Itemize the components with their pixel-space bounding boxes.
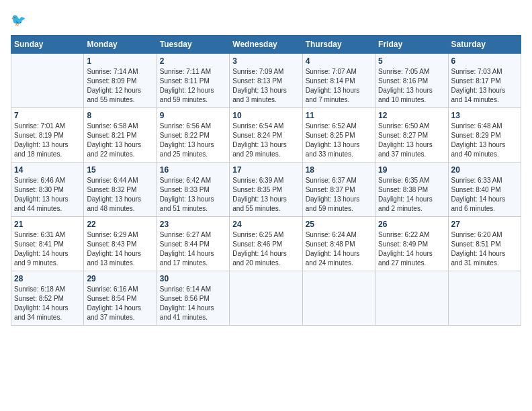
- calendar-cell: 2Sunrise: 7:11 AM Sunset: 8:11 PM Daylig…: [157, 54, 229, 108]
- day-number: 8: [87, 111, 153, 120]
- day-info: Sunrise: 6:31 AM Sunset: 8:41 PM Dayligh…: [14, 230, 81, 268]
- calendar-cell: 10Sunrise: 6:54 AM Sunset: 8:24 PM Dayli…: [230, 108, 302, 163]
- weekday-header: Saturday: [448, 36, 521, 54]
- day-number: 11: [306, 111, 372, 120]
- day-info: Sunrise: 6:14 AM Sunset: 8:56 PM Dayligh…: [160, 285, 226, 322]
- day-number: 2: [160, 56, 226, 66]
- day-number: 19: [378, 165, 445, 175]
- day-number: 9: [160, 111, 226, 120]
- calendar-cell: 9Sunrise: 6:56 AM Sunset: 8:22 PM Daylig…: [157, 108, 229, 163]
- day-number: 21: [14, 220, 81, 229]
- calendar-cell: 6Sunrise: 7:03 AM Sunset: 8:17 PM Daylig…: [448, 54, 521, 108]
- day-info: Sunrise: 6:24 AM Sunset: 8:48 PM Dayligh…: [306, 230, 372, 268]
- day-info: Sunrise: 7:07 AM Sunset: 8:14 PM Dayligh…: [306, 67, 372, 105]
- calendar-cell: 26Sunrise: 6:22 AM Sunset: 8:49 PM Dayli…: [375, 217, 448, 271]
- calendar-week-row: 7Sunrise: 7:01 AM Sunset: 8:19 PM Daylig…: [11, 108, 521, 163]
- calendar-cell: 22Sunrise: 6:29 AM Sunset: 8:43 PM Dayli…: [84, 217, 157, 271]
- calendar-cell: [302, 271, 375, 326]
- day-info: Sunrise: 7:05 AM Sunset: 8:16 PM Dayligh…: [378, 67, 445, 105]
- day-number: 29: [87, 274, 153, 283]
- svg-text:🐦: 🐦: [11, 13, 26, 28]
- day-number: 23: [160, 220, 226, 229]
- day-number: 5: [378, 56, 445, 66]
- day-info: Sunrise: 6:56 AM Sunset: 8:22 PM Dayligh…: [160, 122, 226, 159]
- weekday-header: Tuesday: [157, 36, 229, 54]
- day-info: Sunrise: 6:48 AM Sunset: 8:29 PM Dayligh…: [451, 122, 518, 159]
- day-number: 30: [160, 274, 226, 283]
- day-number: 18: [306, 165, 372, 175]
- day-info: Sunrise: 6:50 AM Sunset: 8:27 PM Dayligh…: [378, 122, 445, 159]
- day-number: 1: [87, 56, 153, 66]
- calendar-week-row: 21Sunrise: 6:31 AM Sunset: 8:41 PM Dayli…: [11, 217, 521, 271]
- calendar-cell: 13Sunrise: 6:48 AM Sunset: 8:29 PM Dayli…: [448, 108, 521, 163]
- day-info: Sunrise: 6:25 AM Sunset: 8:46 PM Dayligh…: [232, 230, 299, 268]
- calendar-cell: 15Sunrise: 6:44 AM Sunset: 8:32 PM Dayli…: [84, 163, 157, 217]
- day-number: 24: [232, 220, 299, 229]
- day-info: Sunrise: 6:37 AM Sunset: 8:37 PM Dayligh…: [306, 176, 372, 214]
- calendar-body: 1Sunrise: 7:14 AM Sunset: 8:09 PM Daylig…: [11, 54, 521, 326]
- day-number: 7: [14, 111, 81, 120]
- day-number: 22: [87, 220, 153, 229]
- calendar-cell: 1Sunrise: 7:14 AM Sunset: 8:09 PM Daylig…: [84, 54, 157, 108]
- day-info: Sunrise: 7:01 AM Sunset: 8:19 PM Dayligh…: [14, 122, 81, 159]
- calendar-cell: 18Sunrise: 6:37 AM Sunset: 8:37 PM Dayli…: [302, 163, 375, 217]
- calendar-cell: 19Sunrise: 6:35 AM Sunset: 8:38 PM Dayli…: [375, 163, 448, 217]
- calendar-cell: [375, 271, 448, 326]
- calendar-cell: 3Sunrise: 7:09 AM Sunset: 8:13 PM Daylig…: [230, 54, 302, 108]
- day-info: Sunrise: 6:20 AM Sunset: 8:51 PM Dayligh…: [451, 230, 518, 268]
- calendar-week-row: 1Sunrise: 7:14 AM Sunset: 8:09 PM Daylig…: [11, 54, 521, 108]
- calendar-cell: 4Sunrise: 7:07 AM Sunset: 8:14 PM Daylig…: [302, 54, 375, 108]
- logo: 🐦: [11, 11, 32, 30]
- day-number: 15: [87, 165, 153, 175]
- calendar-cell: 5Sunrise: 7:05 AM Sunset: 8:16 PM Daylig…: [375, 54, 448, 108]
- day-info: Sunrise: 6:42 AM Sunset: 8:33 PM Dayligh…: [160, 176, 226, 214]
- day-number: 14: [14, 165, 81, 175]
- day-number: 12: [378, 111, 445, 120]
- day-info: Sunrise: 6:52 AM Sunset: 8:25 PM Dayligh…: [306, 122, 372, 159]
- day-info: Sunrise: 7:11 AM Sunset: 8:11 PM Dayligh…: [160, 67, 226, 105]
- logo-icon: 🐦: [11, 11, 30, 30]
- day-info: Sunrise: 7:03 AM Sunset: 8:17 PM Dayligh…: [451, 67, 518, 105]
- day-info: Sunrise: 6:16 AM Sunset: 8:54 PM Dayligh…: [87, 285, 153, 322]
- day-info: Sunrise: 7:09 AM Sunset: 8:13 PM Dayligh…: [232, 67, 299, 105]
- day-info: Sunrise: 6:58 AM Sunset: 8:21 PM Dayligh…: [87, 122, 153, 159]
- weekday-header: Sunday: [11, 36, 84, 54]
- calendar-cell: 23Sunrise: 6:27 AM Sunset: 8:44 PM Dayli…: [157, 217, 229, 271]
- day-number: 27: [451, 220, 518, 229]
- day-info: Sunrise: 6:46 AM Sunset: 8:30 PM Dayligh…: [14, 176, 81, 214]
- calendar-cell: 8Sunrise: 6:58 AM Sunset: 8:21 PM Daylig…: [84, 108, 157, 163]
- day-info: Sunrise: 6:44 AM Sunset: 8:32 PM Dayligh…: [87, 176, 153, 214]
- day-info: Sunrise: 6:18 AM Sunset: 8:52 PM Dayligh…: [14, 285, 81, 322]
- day-info: Sunrise: 6:22 AM Sunset: 8:49 PM Dayligh…: [378, 230, 445, 268]
- calendar-cell: 14Sunrise: 6:46 AM Sunset: 8:30 PM Dayli…: [11, 163, 84, 217]
- day-number: 20: [451, 165, 518, 175]
- day-number: 6: [451, 56, 518, 66]
- calendar-week-row: 14Sunrise: 6:46 AM Sunset: 8:30 PM Dayli…: [11, 163, 521, 217]
- calendar-cell: 29Sunrise: 6:16 AM Sunset: 8:54 PM Dayli…: [84, 271, 157, 326]
- calendar-cell: 24Sunrise: 6:25 AM Sunset: 8:46 PM Dayli…: [230, 217, 302, 271]
- header: 🐦: [11, 11, 521, 30]
- weekday-header: Wednesday: [230, 36, 302, 54]
- day-number: 16: [160, 165, 226, 175]
- weekday-header: Thursday: [302, 36, 375, 54]
- day-info: Sunrise: 6:54 AM Sunset: 8:24 PM Dayligh…: [232, 122, 299, 159]
- day-info: Sunrise: 6:35 AM Sunset: 8:38 PM Dayligh…: [378, 176, 445, 214]
- day-info: Sunrise: 6:29 AM Sunset: 8:43 PM Dayligh…: [87, 230, 153, 268]
- weekday-header: Friday: [375, 36, 448, 54]
- calendar-cell: 12Sunrise: 6:50 AM Sunset: 8:27 PM Dayli…: [375, 108, 448, 163]
- calendar-cell: 28Sunrise: 6:18 AM Sunset: 8:52 PM Dayli…: [11, 271, 84, 326]
- calendar-cell: 20Sunrise: 6:33 AM Sunset: 8:40 PM Dayli…: [448, 163, 521, 217]
- day-number: 10: [232, 111, 299, 120]
- weekday-header-row: SundayMondayTuesdayWednesdayThursdayFrid…: [11, 36, 521, 54]
- calendar-cell: 27Sunrise: 6:20 AM Sunset: 8:51 PM Dayli…: [448, 217, 521, 271]
- day-number: 26: [378, 220, 445, 229]
- day-number: 28: [14, 274, 81, 283]
- day-info: Sunrise: 6:33 AM Sunset: 8:40 PM Dayligh…: [451, 176, 518, 214]
- day-info: Sunrise: 6:39 AM Sunset: 8:35 PM Dayligh…: [232, 176, 299, 214]
- day-number: 4: [306, 56, 372, 66]
- calendar-cell: 21Sunrise: 6:31 AM Sunset: 8:41 PM Dayli…: [11, 217, 84, 271]
- calendar-cell: 16Sunrise: 6:42 AM Sunset: 8:33 PM Dayli…: [157, 163, 229, 217]
- calendar-cell: 25Sunrise: 6:24 AM Sunset: 8:48 PM Dayli…: [302, 217, 375, 271]
- calendar-cell: 7Sunrise: 7:01 AM Sunset: 8:19 PM Daylig…: [11, 108, 84, 163]
- calendar-cell: [230, 271, 302, 326]
